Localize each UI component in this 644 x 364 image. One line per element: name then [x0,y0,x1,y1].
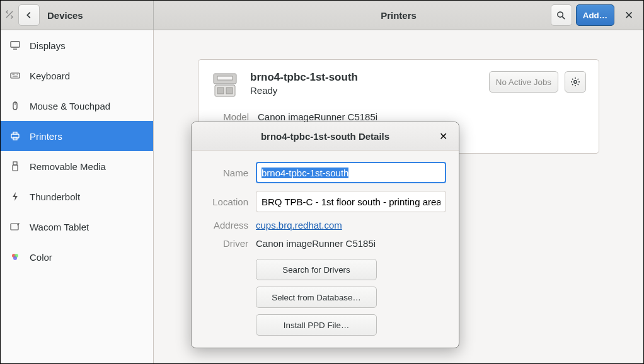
name-input[interactable]: brno4-tpbc-1st-south [256,162,446,183]
sidebar-item-label: Removable Media [30,161,106,172]
section-title: Devices [47,10,83,21]
titlebar: Devices Printers Add… ✕ [1,1,643,30]
titlebar-right: Printers Add… ✕ [154,1,643,30]
dialog-title: brno4-tpbc-1st-south Details [261,131,389,142]
search-icon [556,11,566,20]
keyboard-icon [9,71,21,81]
thunderbolt-icon [9,191,21,202]
gear-icon [570,77,580,87]
sidebar-item-printers[interactable]: Printers [1,121,153,151]
sidebar-item-label: Color [30,252,52,263]
printer-status: Ready [250,85,478,96]
sidebar-item-label: Displays [30,40,66,51]
sidebar-item-label: Wacom Tablet [30,222,89,232]
svg-rect-7 [13,162,17,165]
name-input-value: brno4-tpbc-1st-south [262,168,348,178]
driver-value: Canon imageRunner C5185i [256,238,446,249]
svg-rect-15 [217,88,224,94]
back-button[interactable] [18,4,40,26]
driver-label: Driver [204,238,248,249]
close-window-button[interactable]: ✕ [618,4,640,26]
location-input[interactable] [256,191,446,212]
name-label: Name [204,168,248,178]
search-button[interactable] [551,4,572,26]
svg-rect-2 [11,73,20,78]
add-printer-button[interactable]: Add… [576,4,614,26]
color-icon [9,252,21,262]
jobs-button[interactable]: No Active Jobs [489,71,558,93]
sidebar-item-wacom[interactable]: Wacom Tablet [1,212,153,242]
sidebar-item-label: Printers [30,131,62,142]
sidebar-item-color[interactable]: Color [1,242,153,272]
dialog-close-button[interactable]: ✕ [434,127,452,145]
location-label: Location [204,196,248,207]
titlebar-left: Devices [1,1,154,30]
sidebar-item-label: Mouse & Touchpad [30,101,110,111]
svg-rect-1 [11,42,20,47]
settings-tools-icon [4,9,14,21]
sidebar: Displays Keyboard Mouse & Touchpad Print… [1,30,154,363]
search-drivers-button[interactable]: Search for Drivers [256,259,377,280]
printer-image [211,71,239,99]
settings-window: Devices Printers Add… ✕ Displays Keyboar… [0,0,644,364]
sidebar-item-displays[interactable]: Displays [1,30,153,60]
svg-rect-16 [226,88,233,94]
address-label: Address [204,220,248,230]
model-value: Canon imageRunner C5185i [258,111,586,122]
sidebar-item-keyboard[interactable]: Keyboard [1,60,153,91]
svg-rect-9 [11,224,18,230]
svg-rect-8 [13,165,18,171]
sidebar-item-label: Thunderbolt [30,191,80,202]
svg-point-12 [13,256,17,260]
close-icon: ✕ [624,10,633,21]
printer-icon [9,131,21,141]
sidebar-item-mouse[interactable]: Mouse & Touchpad [1,91,153,121]
model-label: Model [211,111,249,122]
dialog-body: Name brno4-tpbc-1st-south Location Addre… [192,151,459,347]
address-link[interactable]: cups.brq.redhat.com [256,220,342,230]
printer-settings-button[interactable] [565,71,586,93]
svg-rect-17 [217,76,233,80]
sidebar-item-removable[interactable]: Removable Media [1,151,153,181]
select-database-button[interactable]: Select from Database… [256,287,377,308]
display-icon [9,40,21,50]
mouse-icon [9,101,21,111]
tablet-icon [9,222,21,232]
svg-point-0 [558,11,563,16]
svg-rect-5 [13,132,17,134]
sidebar-item-label: Keyboard [30,71,70,81]
usb-icon [9,161,21,171]
dialog-titlebar: brno4-tpbc-1st-south Details ✕ [192,122,459,151]
printer-details-dialog: brno4-tpbc-1st-south Details ✕ Name brno… [191,122,459,348]
sidebar-item-thunderbolt[interactable]: Thunderbolt [1,181,153,212]
svg-point-18 [574,81,577,83]
install-ppd-button[interactable]: Install PPD File… [256,314,377,336]
printer-name: brno4-tpbc-1st-south [250,71,478,84]
close-icon: ✕ [439,131,447,142]
